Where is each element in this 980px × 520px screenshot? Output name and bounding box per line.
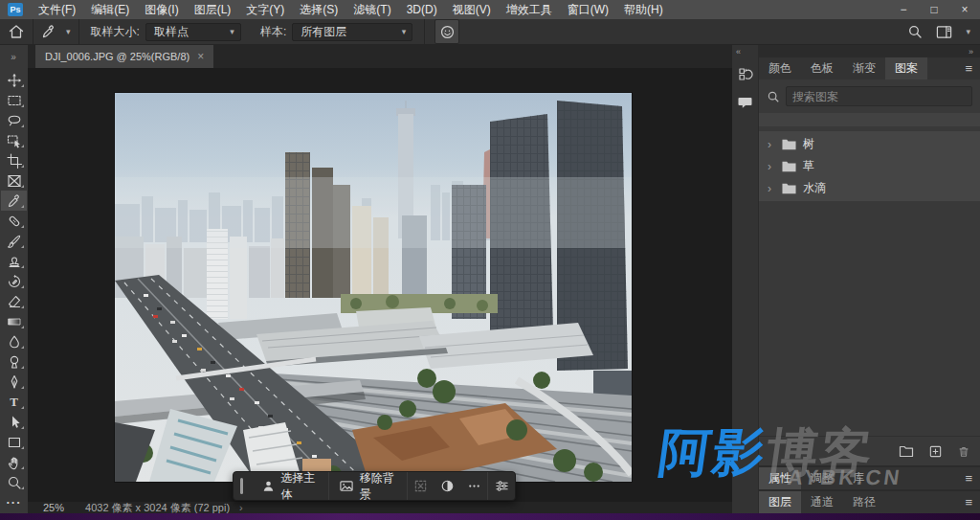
- tab-patterns[interactable]: 图案: [885, 57, 927, 79]
- tool-options-bar: ▾ 取样大小: 取样点 ▾ 样本: 所有图层 ▾ ▾: [0, 19, 980, 45]
- status-bar: 25% 4032 像素 x 3024 像素 (72 ppi) ›: [28, 502, 732, 513]
- status-flyout-chevron-icon[interactable]: ›: [239, 502, 243, 513]
- menu-item-file[interactable]: 文件(F): [31, 0, 83, 19]
- expand-chevron-icon[interactable]: ›: [768, 160, 775, 173]
- tab-swatches[interactable]: 色板: [801, 57, 843, 79]
- type-tool[interactable]: T: [1, 392, 27, 412]
- zoom-tool[interactable]: [1, 472, 27, 492]
- maximize-button[interactable]: □: [919, 0, 949, 19]
- canvas-area[interactable]: [28, 68, 732, 502]
- minimize-button[interactable]: −: [888, 0, 919, 19]
- sliders-icon: [495, 479, 509, 493]
- history-panel-button[interactable]: [734, 62, 757, 85]
- gradient-tool[interactable]: [1, 311, 27, 331]
- document-title: DJI_0006.JPG @ 25%(RGB/8): [45, 51, 189, 62]
- expand-chevron-icon[interactable]: ›: [768, 138, 775, 151]
- menu-item-image[interactable]: 图像(I): [137, 0, 186, 19]
- show-sampling-ring-toggle[interactable]: [434, 19, 459, 44]
- path-selection-tool[interactable]: [1, 412, 27, 432]
- brush-tool[interactable]: [1, 231, 27, 251]
- patterns-panel-body: › 树 › 草 › 水滴: [759, 79, 980, 436]
- object-selection-tool[interactable]: [1, 130, 27, 150]
- folder-row-grass[interactable]: › 草: [759, 155, 980, 177]
- blur-tool[interactable]: [1, 331, 27, 351]
- eyedropper-tool[interactable]: [1, 191, 27, 211]
- menu-item-layer[interactable]: 图层(L): [187, 0, 239, 19]
- folder-row-waterdrops[interactable]: › 水滴: [759, 177, 980, 199]
- collapse-dock-button[interactable]: »: [969, 47, 974, 57]
- frame-tool[interactable]: [1, 170, 27, 191]
- menu-item-plugins[interactable]: 增效工具: [499, 0, 560, 19]
- menu-item-help[interactable]: 帮助(H): [616, 0, 671, 19]
- hand-tool[interactable]: [1, 452, 27, 472]
- history-brush-tool[interactable]: [1, 271, 27, 291]
- eraser-tool[interactable]: [1, 291, 27, 311]
- remove-background-button[interactable]: 移除背景: [328, 472, 407, 500]
- tab-adjustments[interactable]: 调整: [801, 467, 843, 489]
- spot-healing-brush-tool[interactable]: [1, 211, 27, 231]
- close-document-icon[interactable]: ×: [197, 50, 204, 63]
- chevron-down-icon: ▾: [402, 27, 407, 36]
- dodge-tool[interactable]: [1, 351, 27, 372]
- tab-color[interactable]: 颜色: [759, 57, 801, 79]
- panel-menu-icon[interactable]: ≡: [965, 471, 980, 486]
- folder-row-trees[interactable]: › 树: [759, 133, 980, 155]
- panel-menu-icon[interactable]: ≡: [965, 495, 980, 509]
- taskbar-settings-button[interactable]: [487, 472, 515, 500]
- select-subject-label: 选择主体: [281, 470, 319, 503]
- current-tool-button[interactable]: ▾: [33, 19, 78, 45]
- sample-size-select[interactable]: 取样点 ▾: [145, 23, 241, 41]
- adjustment-contrast-button[interactable]: [434, 472, 460, 500]
- move-tool[interactable]: [1, 70, 27, 90]
- menu-item-3d[interactable]: 3D(D): [399, 0, 445, 19]
- contextual-task-bar: 选择主体 移除背景: [233, 471, 516, 501]
- pen-tool[interactable]: [1, 372, 27, 392]
- close-button[interactable]: ×: [949, 0, 980, 19]
- tools-panel: T ···: [0, 68, 28, 514]
- lasso-tool[interactable]: [1, 110, 27, 130]
- marquee-tool[interactable]: [1, 90, 27, 110]
- menu-item-filter[interactable]: 滤镜(T): [345, 0, 398, 19]
- tab-paths[interactable]: 路径: [843, 491, 885, 513]
- delete-button[interactable]: [957, 444, 970, 459]
- expand-strip-button[interactable]: «: [736, 47, 742, 57]
- tab-properties[interactable]: 属性: [759, 467, 801, 489]
- eyedropper-icon: [41, 24, 56, 39]
- menu-item-type[interactable]: 文字(Y): [238, 0, 292, 19]
- crop-tool[interactable]: [1, 150, 27, 170]
- menu-item-window[interactable]: 窗口(W): [560, 0, 616, 19]
- new-group-button[interactable]: [899, 444, 914, 458]
- tab-channels[interactable]: 通道: [801, 491, 843, 513]
- panel-menu-icon[interactable]: ≡: [965, 61, 980, 76]
- select-subject-button[interactable]: 选择主体: [252, 472, 328, 500]
- search-icon[interactable]: [907, 24, 923, 39]
- menu-item-view[interactable]: 视图(V): [445, 0, 499, 19]
- patterns-panel-tabbar: 颜色 色板 渐变 图案 ≡: [759, 57, 980, 79]
- sample-layers-select[interactable]: 所有图层 ▾: [292, 23, 412, 41]
- clone-stamp-tool[interactable]: [1, 251, 27, 271]
- workspace-switcher-button[interactable]: ▾: [936, 25, 970, 39]
- history-icon: [737, 66, 753, 82]
- folder-icon: [782, 160, 796, 172]
- transform-image-button[interactable]: [407, 472, 434, 500]
- chevron-down-icon: ▾: [66, 27, 71, 36]
- rectangle-tool[interactable]: [1, 432, 27, 452]
- home-button[interactable]: [0, 19, 33, 45]
- tab-layers[interactable]: 图层: [759, 491, 801, 513]
- menu-item-select[interactable]: 选择(S): [292, 0, 345, 19]
- tab-libraries[interactable]: 库: [843, 467, 874, 489]
- menu-item-edit[interactable]: 编辑(E): [83, 0, 137, 19]
- chevron-down-icon: ▾: [966, 27, 970, 36]
- new-pattern-button[interactable]: [928, 444, 943, 459]
- document-tab[interactable]: DJI_0006.JPG @ 25%(RGB/8) ×: [35, 45, 213, 68]
- drag-handle[interactable]: [240, 478, 243, 494]
- zoom-level-field[interactable]: 25%: [43, 502, 64, 513]
- more-options-button[interactable]: [460, 472, 487, 500]
- pattern-search-input[interactable]: [786, 86, 972, 106]
- comments-panel-button[interactable]: [734, 91, 757, 114]
- tab-gradients[interactable]: 渐变: [843, 57, 885, 79]
- edit-toolbar-button[interactable]: ···: [1, 492, 27, 512]
- expand-chevron-icon[interactable]: ›: [768, 182, 775, 195]
- photoshop-logo[interactable]: Ps: [8, 3, 23, 16]
- toolbar-expand-button[interactable]: »: [0, 45, 28, 68]
